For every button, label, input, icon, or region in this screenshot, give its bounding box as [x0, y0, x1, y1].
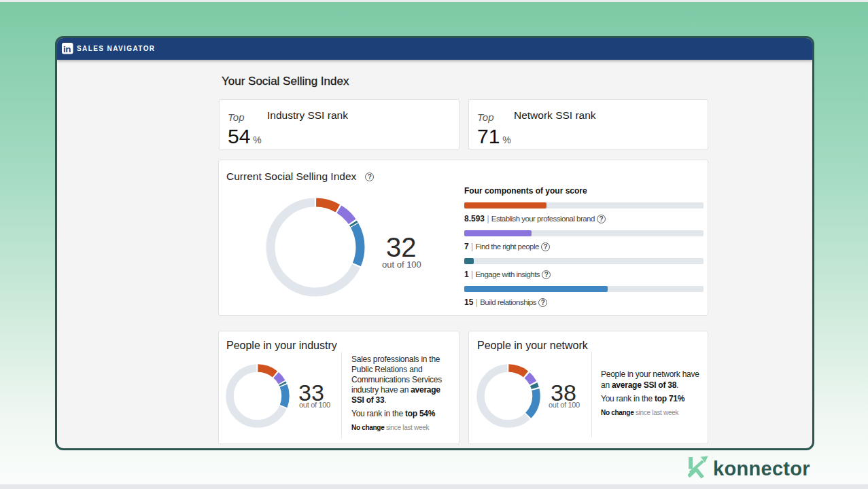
svg-text:in: in — [63, 44, 71, 54]
